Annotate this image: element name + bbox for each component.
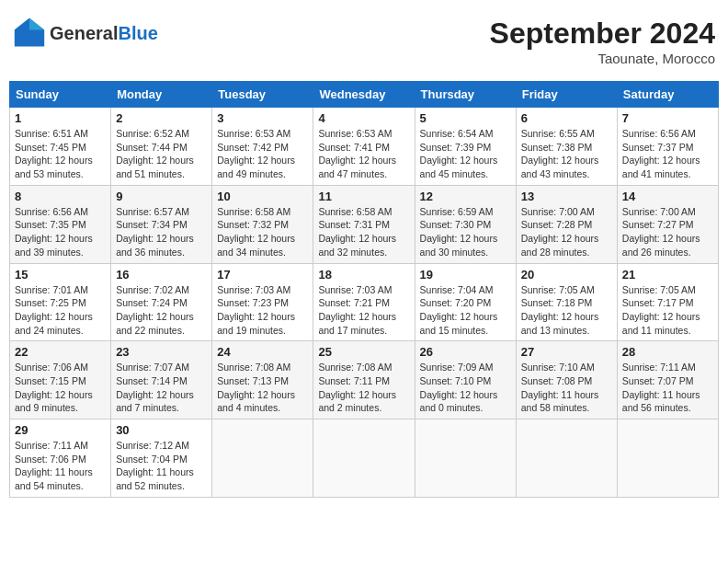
calendar-week-row: 1Sunrise: 6:51 AM Sunset: 7:45 PM Daylig… [10,108,719,186]
table-row [617,419,718,498]
table-row: 18Sunrise: 7:03 AM Sunset: 7:21 PM Dayli… [313,263,415,341]
col-thursday: Thursday [415,82,516,108]
day-info: Sunrise: 7:05 AM Sunset: 7:18 PM Dayligh… [521,283,612,338]
table-row: 12Sunrise: 6:59 AM Sunset: 7:30 PM Dayli… [415,185,516,263]
day-info: Sunrise: 6:53 AM Sunset: 7:41 PM Dayligh… [318,127,409,181]
day-number: 8 [15,190,106,203]
day-info: Sunrise: 7:02 AM Sunset: 7:24 PM Dayligh… [116,283,207,338]
table-row: 17Sunrise: 7:03 AM Sunset: 7:23 PM Dayli… [212,263,313,341]
table-row: 24Sunrise: 7:08 AM Sunset: 7:13 PM Dayli… [212,341,313,419]
table-row: 2Sunrise: 6:52 AM Sunset: 7:44 PM Daylig… [111,108,212,186]
table-row: 13Sunrise: 7:00 AM Sunset: 7:28 PM Dayli… [516,185,617,263]
day-number: 12 [420,190,511,203]
table-row: 26Sunrise: 7:09 AM Sunset: 7:10 PM Dayli… [415,341,516,419]
day-info: Sunrise: 7:00 AM Sunset: 7:28 PM Dayligh… [521,205,612,259]
logo-text: GeneralBlue [50,23,158,43]
svg-marker-1 [29,18,44,30]
table-row: 30Sunrise: 7:12 AM Sunset: 7:04 PM Dayli… [111,419,212,498]
day-number: 11 [318,190,409,203]
day-info: Sunrise: 6:52 AM Sunset: 7:44 PM Dayligh… [116,127,207,181]
day-number: 2 [116,111,207,125]
day-number: 19 [420,268,511,282]
day-info: Sunrise: 7:00 AM Sunset: 7:27 PM Dayligh… [622,205,713,259]
table-row: 25Sunrise: 7:08 AM Sunset: 7:11 PM Dayli… [313,341,415,419]
day-number: 15 [15,268,106,282]
table-row: 7Sunrise: 6:56 AM Sunset: 7:37 PM Daylig… [617,108,718,186]
day-info: Sunrise: 7:08 AM Sunset: 7:13 PM Dayligh… [217,361,308,415]
day-number: 20 [521,268,612,282]
day-info: Sunrise: 7:11 AM Sunset: 7:06 PM Dayligh… [15,439,106,493]
day-number: 28 [622,345,713,359]
calendar-week-row: 15Sunrise: 7:01 AM Sunset: 7:25 PM Dayli… [10,263,719,341]
table-row: 20Sunrise: 7:05 AM Sunset: 7:18 PM Dayli… [516,263,617,341]
day-number: 29 [15,423,106,437]
day-info: Sunrise: 7:03 AM Sunset: 7:21 PM Dayligh… [318,283,409,338]
table-row: 15Sunrise: 7:01 AM Sunset: 7:25 PM Dayli… [10,263,111,341]
col-friday: Friday [516,82,617,108]
day-info: Sunrise: 6:58 AM Sunset: 7:31 PM Dayligh… [318,205,409,259]
day-number: 17 [217,268,308,282]
day-info: Sunrise: 6:51 AM Sunset: 7:45 PM Dayligh… [15,127,106,181]
month-title: September 2024 [490,17,715,51]
table-row: 11Sunrise: 6:58 AM Sunset: 7:31 PM Dayli… [313,185,415,263]
table-row: 6Sunrise: 6:55 AM Sunset: 7:38 PM Daylig… [516,108,617,186]
calendar-week-row: 22Sunrise: 7:06 AM Sunset: 7:15 PM Dayli… [10,341,719,419]
day-number: 23 [116,345,207,359]
table-row [212,419,313,498]
day-info: Sunrise: 6:57 AM Sunset: 7:34 PM Dayligh… [116,205,207,259]
calendar-table: Sunday Monday Tuesday Wednesday Thursday… [9,81,719,498]
table-row: 9Sunrise: 6:57 AM Sunset: 7:34 PM Daylig… [111,185,212,263]
table-row: 23Sunrise: 7:07 AM Sunset: 7:14 PM Dayli… [111,341,212,419]
day-number: 24 [217,345,308,359]
day-number: 5 [420,111,511,125]
day-info: Sunrise: 7:04 AM Sunset: 7:20 PM Dayligh… [420,283,511,338]
svg-marker-2 [15,18,29,30]
day-number: 26 [420,345,511,359]
day-info: Sunrise: 7:06 AM Sunset: 7:15 PM Dayligh… [15,361,106,415]
day-number: 16 [116,268,207,282]
table-row [415,419,516,498]
table-row: 28Sunrise: 7:11 AM Sunset: 7:07 PM Dayli… [617,341,718,419]
day-number: 22 [15,345,106,359]
day-info: Sunrise: 6:55 AM Sunset: 7:38 PM Dayligh… [521,127,612,181]
table-row: 5Sunrise: 6:54 AM Sunset: 7:39 PM Daylig… [415,108,516,186]
day-number: 21 [622,268,713,282]
location: Taounate, Morocco [490,51,715,66]
day-info: Sunrise: 7:12 AM Sunset: 7:04 PM Dayligh… [116,439,207,493]
col-wednesday: Wednesday [313,82,415,108]
page-header: GeneralBlue September 2024 Taounate, Mor… [9,9,719,74]
day-info: Sunrise: 7:01 AM Sunset: 7:25 PM Dayligh… [15,283,106,338]
day-info: Sunrise: 6:56 AM Sunset: 7:37 PM Dayligh… [622,127,713,181]
table-row: 16Sunrise: 7:02 AM Sunset: 7:24 PM Dayli… [111,263,212,341]
table-row: 19Sunrise: 7:04 AM Sunset: 7:20 PM Dayli… [415,263,516,341]
table-row: 29Sunrise: 7:11 AM Sunset: 7:06 PM Dayli… [10,419,111,498]
day-info: Sunrise: 6:56 AM Sunset: 7:35 PM Dayligh… [15,205,106,259]
day-number: 30 [116,423,207,437]
logo-general-text: General [50,23,118,43]
day-info: Sunrise: 6:53 AM Sunset: 7:42 PM Dayligh… [217,127,308,181]
day-info: Sunrise: 7:10 AM Sunset: 7:08 PM Dayligh… [521,361,612,415]
day-number: 3 [217,111,308,125]
day-info: Sunrise: 6:54 AM Sunset: 7:39 PM Dayligh… [420,127,511,181]
table-row: 14Sunrise: 7:00 AM Sunset: 7:27 PM Dayli… [617,185,718,263]
day-info: Sunrise: 7:08 AM Sunset: 7:11 PM Dayligh… [318,361,409,415]
table-row: 1Sunrise: 6:51 AM Sunset: 7:45 PM Daylig… [10,108,111,186]
day-number: 1 [15,111,106,125]
day-info: Sunrise: 7:07 AM Sunset: 7:14 PM Dayligh… [116,361,207,415]
day-info: Sunrise: 7:03 AM Sunset: 7:23 PM Dayligh… [217,283,308,338]
table-row: 4Sunrise: 6:53 AM Sunset: 7:41 PM Daylig… [313,108,415,186]
col-tuesday: Tuesday [212,82,313,108]
day-number: 10 [217,190,308,203]
table-row: 27Sunrise: 7:10 AM Sunset: 7:08 PM Dayli… [516,341,617,419]
day-number: 27 [521,345,612,359]
day-number: 6 [521,111,612,125]
calendar-week-row: 8Sunrise: 6:56 AM Sunset: 7:35 PM Daylig… [10,185,719,263]
col-saturday: Saturday [617,82,718,108]
table-row [313,419,415,498]
table-row: 8Sunrise: 6:56 AM Sunset: 7:35 PM Daylig… [10,185,111,263]
day-info: Sunrise: 7:11 AM Sunset: 7:07 PM Dayligh… [622,361,713,415]
day-number: 4 [318,111,409,125]
day-info: Sunrise: 7:09 AM Sunset: 7:10 PM Dayligh… [420,361,511,415]
table-row [516,419,617,498]
day-number: 25 [318,345,409,359]
